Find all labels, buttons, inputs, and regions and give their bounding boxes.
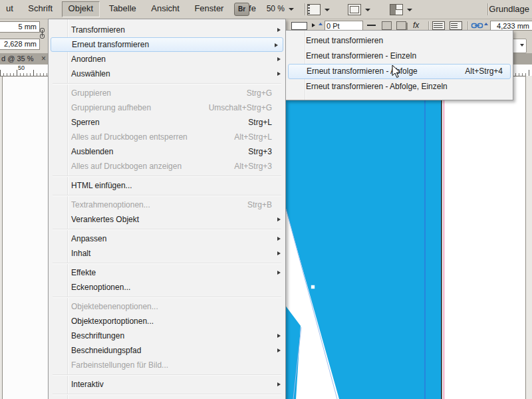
ruler-label: 50 xyxy=(18,65,25,71)
text-wrap-off-icon[interactable] xyxy=(432,21,445,30)
menu-item-sperren[interactable]: SperrenStrg+L xyxy=(49,115,285,130)
menu-item-objektebenenoptionen: Objektebenenoptionen... xyxy=(49,299,285,314)
menu-item-label: HTML einfügen... xyxy=(71,178,132,193)
stepper-up-icon[interactable] xyxy=(484,23,488,25)
menu-item-auswaehlen[interactable]: Auswählen xyxy=(49,66,285,81)
menu-item-tabelle[interactable]: Tabelle xyxy=(103,1,142,16)
menu-item-alles-anzeigen: Alles auf Druckbogen anzeigenAlt+Strg+3 xyxy=(49,159,285,174)
menu-item-beschneidungspfad[interactable]: Beschneidungspfad xyxy=(49,343,285,358)
menu-item-farbeinstellungen: Farbeinstellungen für Bild... xyxy=(49,358,285,372)
submenu-arrow-icon xyxy=(277,251,281,255)
submenu-item-erneut-transformieren[interactable]: Erneut transformieren xyxy=(286,33,513,49)
menu-item-label: Interaktiv xyxy=(71,377,104,392)
menu-shortcut: Strg+3 xyxy=(248,144,272,159)
arrange-documents-icon[interactable] xyxy=(390,4,403,15)
document-tab[interactable]: d @ 35 % × xyxy=(0,53,48,65)
dropdown-arrow-icon[interactable] xyxy=(365,9,370,11)
submenu-arrow-icon xyxy=(275,43,278,47)
height-field[interactable]: 2,628 mm xyxy=(0,39,40,50)
submenu-arrow-icon xyxy=(277,72,281,76)
menu-item-label: Textrahmenoptionen... xyxy=(71,198,150,212)
text-wrap-on-icon[interactable] xyxy=(450,21,462,30)
menu-item-label: Beschriftungen xyxy=(71,329,124,343)
dropdown-arrow-icon[interactable] xyxy=(407,9,412,11)
menu-item-layout-truncated[interactable]: ut xyxy=(0,1,19,16)
stroke-weight-field[interactable]: 0 Pt xyxy=(325,21,363,31)
menu-item-label: Alles auf Druckbogen entsperren xyxy=(71,130,188,144)
menu-separator xyxy=(53,261,281,265)
menu-item-inhalt[interactable]: Inhalt xyxy=(49,246,285,261)
bridge-button[interactable]: Br xyxy=(234,3,249,16)
stepper-up-icon[interactable] xyxy=(319,23,323,25)
zoom-level-value: 50 % xyxy=(267,4,285,13)
menu-item-verankertes-objekt[interactable]: Verankertes Objekt xyxy=(49,212,285,227)
submenu-item-einzeln[interactable]: Erneut transformieren - Einzeln xyxy=(286,49,513,64)
screen-mode-icon[interactable] xyxy=(348,4,361,15)
workspace-switcher[interactable]: Grundlage xyxy=(489,0,529,19)
menu-shortcut: Umschalt+Strg+G xyxy=(209,100,272,115)
menu-separator xyxy=(53,193,281,198)
menu-separator xyxy=(53,295,281,299)
menu-separator xyxy=(53,392,281,396)
control-panel-left: 5 mm 2,628 mm xyxy=(0,19,48,53)
width-field[interactable]: 5 mm xyxy=(0,21,40,33)
drop-shadow-icon[interactable] xyxy=(396,21,406,30)
menu-item-eckenoptionen[interactable]: Eckenoptionen... xyxy=(49,280,285,295)
submenu-arrow-icon xyxy=(277,271,281,275)
menu-item-label: Beschneidungspfad xyxy=(71,343,141,358)
menu-item-interaktiv[interactable]: Interaktiv xyxy=(49,377,285,392)
menu-item-label: Gruppieren xyxy=(71,86,111,100)
effect-none-icon[interactable] xyxy=(382,21,392,30)
zoom-level-combo[interactable]: 50 % xyxy=(255,3,294,15)
menu-item-transformieren[interactable]: Transformieren xyxy=(49,23,285,37)
menu-item-label: Auswählen xyxy=(71,66,110,81)
menu-shortcut: Strg+B xyxy=(247,198,272,212)
menu-item-anpassen[interactable]: Anpassen xyxy=(49,231,285,246)
offset-field[interactable]: 4,233 mm xyxy=(490,21,532,31)
flyout-arrow-icon[interactable] xyxy=(312,23,315,27)
anchor-point-handle[interactable] xyxy=(311,285,315,289)
submenu-arrow-icon xyxy=(277,334,281,338)
mouse-cursor xyxy=(391,65,401,78)
pasteboard[interactable] xyxy=(512,76,525,93)
menu-item-schrift[interactable]: Schrift xyxy=(22,1,59,16)
menu-item-objekt[interactable]: Objekt xyxy=(62,1,100,17)
menu-item-erneut-transformieren[interactable]: Erneut transformieren xyxy=(51,37,283,52)
stroke-type-preview[interactable] xyxy=(367,25,376,26)
submenu-arrow-icon xyxy=(277,28,281,32)
menu-item-objektexportoptionen[interactable]: Objektexportoptionen... xyxy=(49,314,285,329)
menu-item-label: Anordnen xyxy=(71,52,106,66)
objekt-menu-popup: Transformieren Erneut transformieren Ano… xyxy=(48,19,286,399)
toolbar-divider xyxy=(305,3,305,15)
menu-item-ausblenden[interactable]: AusblendenStrg+3 xyxy=(49,144,285,159)
link-icon[interactable] xyxy=(471,21,483,30)
menu-item-label: Effekte xyxy=(71,265,96,280)
menu-item-html-einfuegen[interactable]: HTML einfügen... xyxy=(49,178,285,193)
menu-item-label: Anpassen xyxy=(71,231,106,246)
submenu-arrow-icon xyxy=(277,57,281,61)
horizontal-ruler-fragment[interactable] xyxy=(512,65,532,76)
close-icon[interactable]: × xyxy=(41,53,46,64)
menu-item-ansicht[interactable]: Ansicht xyxy=(145,1,186,16)
submenu-item-abfolge-einzeln[interactable]: Erneut transformieren - Abfolge, Einzeln xyxy=(286,79,513,94)
dropdown-arrow-icon[interactable] xyxy=(325,9,330,11)
menu-item-anordnen[interactable]: Anordnen xyxy=(49,52,285,66)
menu-shortcut: Alt+Strg+4 xyxy=(465,65,503,78)
menu-item-label: Gruppierung aufheben xyxy=(71,100,151,115)
menu-item-beschriftungen[interactable]: Beschriftungen xyxy=(49,329,285,343)
effects-button[interactable]: fx xyxy=(413,21,419,30)
pasteboard[interactable] xyxy=(0,76,50,399)
horizontal-ruler[interactable]: 50 xyxy=(0,65,48,76)
document-canvas[interactable] xyxy=(285,93,525,399)
stroke-swatch[interactable] xyxy=(291,22,307,30)
menu-item-label: Objektexportoptionen... xyxy=(71,314,154,329)
menu-item-effekte[interactable]: Effekte xyxy=(49,265,285,280)
panel-dock-edge[interactable] xyxy=(525,76,532,399)
menu-item-fenster[interactable]: Fenster xyxy=(188,1,229,16)
constrain-proportions-icon[interactable] xyxy=(38,27,47,39)
menu-item-label: Sperren xyxy=(71,115,100,130)
menu-item-label: Inhalt xyxy=(71,246,90,261)
menu-shortcut: Alt+Strg+L xyxy=(234,130,272,144)
view-options-icon[interactable] xyxy=(307,4,321,15)
submenu-arrow-icon xyxy=(277,217,281,221)
